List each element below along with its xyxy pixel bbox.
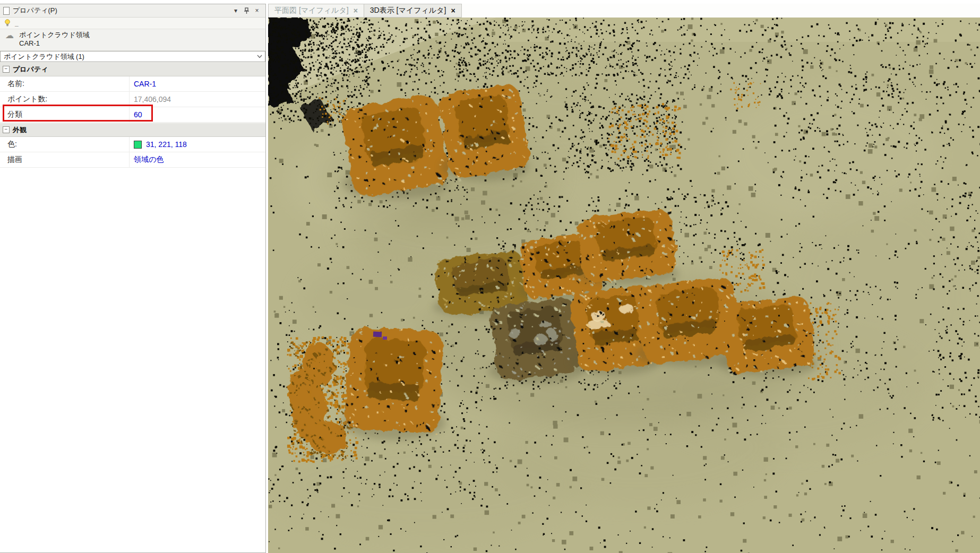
region-selector-value: ポイントクラウド領域 (1) bbox=[4, 52, 84, 62]
tab-close-icon[interactable]: × bbox=[354, 6, 358, 15]
panel-menu-button[interactable]: ▾ bbox=[230, 5, 241, 16]
region-selector-combobox[interactable]: ポイントクラウド領域 (1) bbox=[0, 51, 265, 62]
property-value-name[interactable]: CAR-1 bbox=[129, 76, 265, 91]
pointcloud-3d-view[interactable] bbox=[268, 18, 980, 553]
panel-document-icon bbox=[3, 7, 10, 15]
tab-label: 平面図 [マイフィルタ] bbox=[274, 6, 349, 15]
property-value-classification[interactable]: 60 bbox=[129, 107, 265, 122]
tab-close-icon[interactable]: × bbox=[451, 6, 455, 15]
properties-grid: 名前: CAR-1 ポイント数: 17,406,094 分類 60 bbox=[0, 76, 265, 123]
property-value-color[interactable]: 31, 221, 118 bbox=[129, 137, 265, 152]
section-header-appearance: − 外観 bbox=[0, 123, 265, 137]
point-cloud-icon: ☁ bbox=[5, 31, 14, 48]
chevron-down-icon: ▾ bbox=[234, 7, 237, 14]
properties-panel-titlebar: プロパティ(P) ▾ × bbox=[0, 4, 265, 18]
viewport-tabstrip: 平面図 [マイフィルタ] × 3D表示 [マイフィルタ] × bbox=[268, 4, 980, 18]
property-label: 描画 bbox=[0, 152, 129, 167]
property-label: 分類 bbox=[0, 107, 129, 122]
property-label: 色: bbox=[0, 137, 129, 152]
color-swatch[interactable] bbox=[134, 141, 142, 149]
application-window: プロパティ(P) ▾ × _ ☁ ポイントクラウド領域 bbox=[0, 0, 980, 553]
properties-panel: プロパティ(P) ▾ × _ ☁ ポイントクラウド領域 bbox=[0, 4, 266, 553]
property-label: 名前: bbox=[0, 76, 129, 91]
appearance-grid: 色: 31, 221, 118 描画 領域の色 bbox=[0, 137, 265, 168]
item-name-label: CAR-1 bbox=[19, 39, 89, 48]
close-icon: × bbox=[255, 7, 259, 14]
panel-toolbar: _ bbox=[0, 18, 265, 29]
pin-icon bbox=[244, 7, 250, 14]
pin-button[interactable] bbox=[241, 5, 252, 16]
panel-empty-area bbox=[0, 168, 265, 507]
property-row-classification: 分類 60 bbox=[0, 107, 265, 123]
section-title: プロパティ bbox=[13, 65, 48, 74]
panel-title: プロパティ(P) bbox=[13, 6, 230, 15]
tab-label: 3D表示 [マイフィルタ] bbox=[370, 6, 446, 15]
tab-3d-view[interactable]: 3D表示 [マイフィルタ] × bbox=[364, 4, 462, 18]
property-row-name: 名前: CAR-1 bbox=[0, 76, 265, 92]
lightbulb-icon[interactable] bbox=[4, 19, 11, 27]
property-row-color: 色: 31, 221, 118 bbox=[0, 137, 265, 152]
tab-plan-view[interactable]: 平面図 [マイフィルタ] × bbox=[268, 4, 364, 18]
selected-item-info: ☁ ポイントクラウド領域 CAR-1 bbox=[0, 29, 265, 51]
collapse-toggle-icon[interactable]: − bbox=[3, 66, 10, 73]
property-label: ポイント数: bbox=[0, 92, 129, 107]
property-value-pointcount: 17,406,094 bbox=[129, 92, 265, 107]
minimize-icon[interactable]: _ bbox=[15, 20, 19, 27]
property-value-draw[interactable]: 領域の色 bbox=[129, 152, 265, 167]
pointcloud-scene bbox=[268, 18, 980, 553]
property-row-pointcount: ポイント数: 17,406,094 bbox=[0, 92, 265, 107]
section-header-properties: − プロパティ bbox=[0, 62, 265, 76]
combo-chevron-icon bbox=[257, 55, 262, 58]
panel-close-button[interactable]: × bbox=[252, 5, 262, 16]
section-title: 外観 bbox=[13, 125, 27, 135]
property-row-draw: 描画 領域の色 bbox=[0, 152, 265, 168]
collapse-toggle-icon[interactable]: − bbox=[3, 126, 10, 133]
item-type-label: ポイントクラウド領域 bbox=[19, 31, 89, 39]
